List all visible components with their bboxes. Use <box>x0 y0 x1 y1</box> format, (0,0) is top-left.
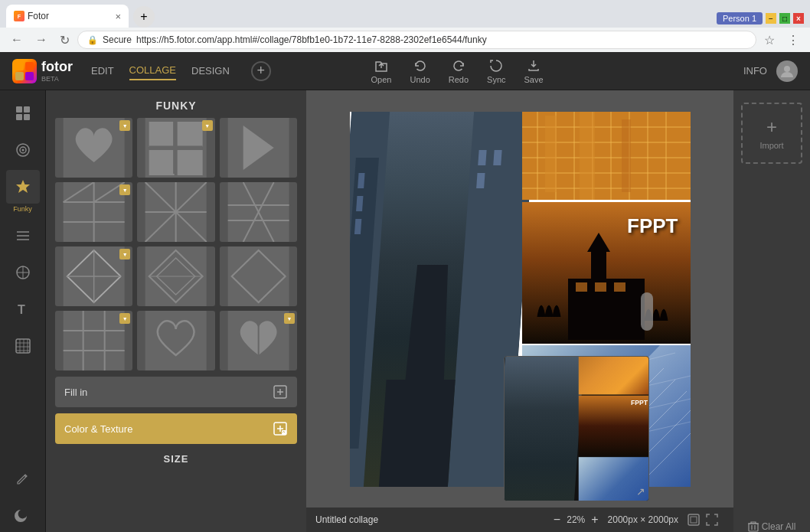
import-label: Import <box>759 141 783 150</box>
svg-rect-30 <box>149 122 175 147</box>
dimensions-text: 2000px × 2000px <box>608 514 678 525</box>
template-badge <box>202 120 213 131</box>
right-panel: + Import Clear All <box>733 90 810 532</box>
tab-design[interactable]: DESIGN <box>191 62 230 80</box>
collage-title: Untitled collage <box>315 514 378 525</box>
buildings-top-right <box>522 112 691 200</box>
sidebar-icon-grid[interactable] <box>6 96 40 130</box>
svg-point-12 <box>21 149 24 152</box>
status-icons <box>688 514 718 526</box>
template-badge <box>119 249 130 259</box>
back-button[interactable]: ← <box>6 31 28 48</box>
import-plus-icon: + <box>766 116 777 138</box>
tab-close-button[interactable]: × <box>115 11 121 22</box>
svg-marker-13 <box>16 180 30 193</box>
funky-label: Funky <box>13 205 32 213</box>
sidebar-icon-list[interactable] <box>6 219 40 253</box>
open-action[interactable]: Open <box>371 58 392 84</box>
svg-rect-4 <box>25 72 34 80</box>
expand-icon[interactable]: ↗ <box>636 485 645 498</box>
sidebar-icon-text[interactable]: T <box>6 292 40 326</box>
panel-title: FUNKY <box>46 90 306 118</box>
template-item[interactable] <box>55 182 132 242</box>
redo-action[interactable]: Redo <box>449 58 469 84</box>
icon-sidebar: Funky T <box>0 90 46 532</box>
clear-all-button[interactable]: Clear All <box>748 521 796 532</box>
color-texture-button[interactable]: Color & Texture <box>55 413 297 444</box>
svg-text:T: T <box>18 303 25 316</box>
sync-action[interactable]: Sync <box>487 58 505 84</box>
svg-rect-112 <box>576 282 587 292</box>
template-item[interactable] <box>220 118 297 178</box>
svg-rect-107 <box>522 112 691 200</box>
tab-edit[interactable]: EDIT <box>91 62 114 80</box>
user-avatar[interactable] <box>776 60 798 82</box>
url-text: https://h5.fotor.com/app.html#/collage/7… <box>136 34 746 45</box>
svg-rect-7 <box>24 106 30 113</box>
person-badge: Person 1 <box>717 12 763 24</box>
add-button[interactable]: + <box>251 61 271 81</box>
svg-rect-62 <box>227 246 289 306</box>
save-action[interactable]: Save <box>524 58 544 84</box>
fullscreen-icon[interactable] <box>706 514 718 526</box>
tab-collage[interactable]: COLLAGE <box>129 61 176 80</box>
svg-rect-1 <box>15 62 24 70</box>
new-tab-button[interactable]: + <box>133 6 155 28</box>
secure-icon: 🔒 <box>87 35 98 45</box>
sidebar-icon-moon[interactable] <box>6 498 40 532</box>
template-item[interactable] <box>137 118 214 178</box>
left-panel: FUNKY <box>46 90 306 532</box>
template-item[interactable] <box>137 246 214 306</box>
size-title: SIZE <box>46 444 306 468</box>
church-photo: FPPT <box>522 202 691 344</box>
svg-rect-33 <box>178 150 203 175</box>
bookmark-button[interactable]: ☆ <box>759 31 779 49</box>
fit-icon[interactable] <box>688 514 700 526</box>
template-item[interactable] <box>137 182 214 242</box>
sidebar-icon-texture[interactable] <box>6 329 40 363</box>
template-item[interactable] <box>55 246 132 306</box>
template-item[interactable] <box>55 118 132 178</box>
fill-in-button[interactable]: Fill in <box>55 377 297 407</box>
info-button[interactable]: INFO <box>743 65 767 77</box>
minimize-button[interactable]: − <box>766 13 776 24</box>
zoom-out-button[interactable]: − <box>554 513 560 527</box>
header-right: INFO <box>743 60 798 82</box>
template-item[interactable] <box>220 311 297 370</box>
sidebar-icon-edit[interactable] <box>6 462 40 495</box>
template-badge <box>119 184 130 195</box>
secure-label: Secure <box>103 34 132 45</box>
undo-action[interactable]: Undo <box>410 58 429 84</box>
address-bar[interactable]: 🔒 Secure https://h5.fotor.com/app.html#/… <box>77 31 756 49</box>
sidebar-icon-circle[interactable] <box>6 256 40 289</box>
template-badge <box>119 120 130 131</box>
logo: fotor BETA <box>12 59 73 83</box>
zoom-in-button[interactable]: + <box>591 513 598 527</box>
sidebar-icon-funky[interactable] <box>6 170 40 204</box>
svg-rect-73 <box>145 311 207 370</box>
template-item[interactable] <box>220 246 297 306</box>
svg-rect-8 <box>16 114 22 120</box>
status-bar: Untitled collage − 22% + 2000px × 2000px <box>306 508 733 532</box>
app-name: fotor <box>41 59 73 74</box>
scroll-handle[interactable] <box>641 292 653 331</box>
template-badge <box>284 313 295 324</box>
template-item[interactable] <box>55 311 132 370</box>
header-center-actions: Open Undo Redo Sync Save <box>371 58 544 84</box>
nav-tabs: EDIT COLLAGE DESIGN + <box>91 61 271 81</box>
svg-point-5 <box>784 66 790 72</box>
reload-button[interactable]: ↻ <box>55 31 74 49</box>
maximize-button[interactable]: □ <box>779 13 790 24</box>
svg-rect-68 <box>64 311 125 370</box>
template-item[interactable] <box>137 311 214 370</box>
close-button[interactable]: × <box>793 13 804 24</box>
template-badge <box>119 313 130 324</box>
menu-button[interactable]: ⋮ <box>782 31 804 49</box>
tab-favicon: F <box>14 11 24 21</box>
import-button[interactable]: + Import <box>741 103 802 164</box>
sidebar-icon-target[interactable] <box>6 133 40 167</box>
template-grid <box>46 118 306 370</box>
forward-button[interactable]: → <box>31 31 52 48</box>
template-item[interactable] <box>220 182 297 242</box>
svg-rect-9 <box>24 114 30 120</box>
